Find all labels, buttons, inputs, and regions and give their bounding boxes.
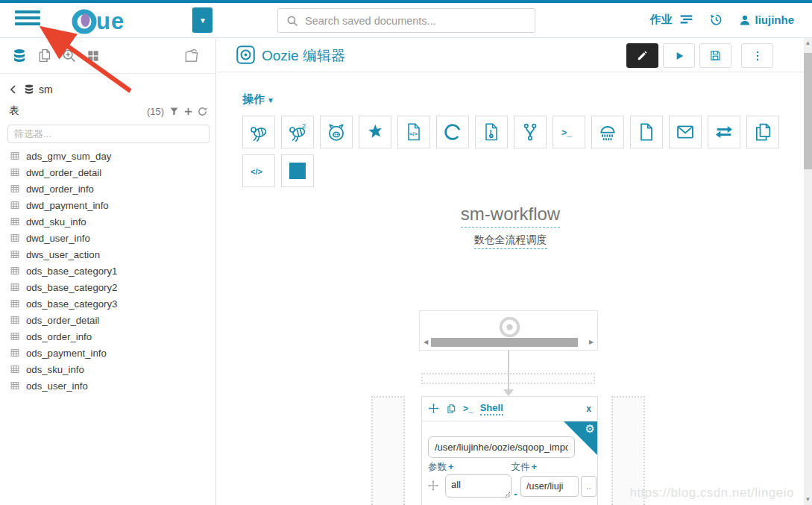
tablegrid-icon	[10, 266, 20, 276]
query-split-button: 查询 ▼	[192, 7, 213, 33]
table-list-item[interactable]: ods_sku_info	[0, 361, 215, 377]
action-email[interactable]	[669, 116, 702, 148]
scrollbar-thumb[interactable]	[431, 338, 578, 347]
action-subworkflow[interactable]	[746, 116, 779, 148]
document-icon	[636, 122, 657, 142]
add-table-icon[interactable]	[183, 106, 194, 117]
copy-node-icon[interactable]	[446, 404, 456, 414]
table-list-item[interactable]: ods_base_category1	[0, 263, 215, 279]
add-param-button[interactable]: +	[448, 461, 454, 472]
zoom-in-icon[interactable]	[61, 48, 77, 63]
assist-icon-bar	[0, 38, 215, 74]
edit-button[interactable]	[626, 43, 658, 68]
apps-grid-icon[interactable]	[86, 48, 101, 63]
more-actions-button[interactable]	[741, 43, 773, 68]
action-shell[interactable]: >_	[553, 116, 585, 148]
refresh-icon[interactable]	[197, 106, 208, 117]
tablegrid-icon	[10, 151, 20, 161]
close-node-icon[interactable]: x	[586, 404, 591, 414]
table-list-item[interactable]: ods_base_category3	[0, 295, 215, 312]
jobs-link[interactable]: 作业	[650, 13, 673, 27]
history-icon[interactable]	[709, 13, 723, 27]
action-hive2[interactable]: 2	[281, 116, 314, 148]
action-sqoop[interactable]	[436, 116, 469, 148]
table-list-item[interactable]: dwd_payment_info	[0, 197, 215, 213]
run-button[interactable]	[663, 43, 695, 68]
action-hdfs-fs[interactable]	[475, 116, 508, 148]
workflow-description[interactable]: 数仓全流程调度	[474, 233, 547, 249]
editor-main: Oozie 编辑器	[217, 38, 804, 505]
param-value-input[interactable]: all	[445, 474, 512, 498]
script-path-input[interactable]	[428, 436, 575, 458]
tablegrid-icon	[10, 331, 20, 342]
table-list-item[interactable]: ods_order_detail	[0, 312, 215, 328]
databases-icon[interactable]	[11, 48, 28, 64]
table-filter-input[interactable]	[7, 125, 210, 143]
save-button[interactable]	[699, 43, 731, 68]
shell-icon: >_	[558, 122, 579, 142]
add-file-button[interactable]: +	[532, 461, 538, 472]
drag-handle-icon[interactable]	[427, 480, 439, 492]
table-list-item[interactable]: ods_payment_info	[0, 345, 215, 361]
hamburger-menu-icon[interactable]	[15, 10, 40, 30]
table-list-item[interactable]: dwd_order_detail	[0, 164, 215, 181]
shell-node-label[interactable]: Shell	[480, 402, 503, 415]
search-input[interactable]	[305, 15, 527, 27]
documents-icon[interactable]	[37, 48, 52, 63]
tablegrid-icon	[10, 216, 20, 227]
table-filter	[7, 125, 209, 143]
actions-dropdown[interactable]: 操作▼	[242, 92, 274, 107]
page-scrollbar-thumb[interactable]	[804, 53, 812, 169]
username[interactable]: liujinhe	[755, 13, 795, 26]
table-list-item[interactable]: ads_gmv_sum_day	[0, 148, 215, 164]
action-pig[interactable]	[320, 116, 353, 148]
node-horizontal-scrollbar[interactable]: ◀ ▶	[422, 337, 595, 347]
query-dropdown-caret[interactable]: ▼	[192, 7, 213, 33]
table-list-item[interactable]: dwd_user_info	[0, 230, 215, 246]
user-icon[interactable]	[738, 13, 752, 27]
scroll-up-icon[interactable]: ▲	[804, 38, 812, 48]
action-document[interactable]	[630, 116, 663, 148]
generic-icon: </>	[248, 160, 269, 181]
action-mapreduce[interactable]	[591, 116, 624, 148]
move-icon[interactable]	[428, 403, 439, 414]
jobs-icon[interactable]	[679, 12, 694, 28]
action-fork[interactable]	[514, 116, 547, 148]
action-kill[interactable]	[281, 154, 314, 187]
workflow-start-node[interactable]: ◀ ▶	[419, 310, 598, 351]
page-scrollbar[interactable]: ▲ ▼	[804, 38, 812, 505]
navbar-right: 作业 liujinhe	[650, 12, 795, 28]
mapreduce-icon	[597, 122, 618, 142]
scroll-right-icon[interactable]: ▶	[588, 339, 595, 345]
action-distcp[interactable]	[708, 116, 740, 148]
file-browse-button[interactable]: ..	[581, 476, 597, 497]
action-java[interactable]: </>	[397, 116, 430, 148]
database-icon	[23, 84, 35, 95]
remove-file-button[interactable]: -	[514, 487, 517, 500]
database-name[interactable]: sm	[39, 84, 53, 95]
scroll-left-icon[interactable]: ◀	[422, 339, 429, 345]
tables-header-row: 表 (15)	[0, 95, 215, 118]
hue-logo[interactable]: ue	[71, 7, 125, 34]
gear-icon[interactable]: ⚙	[585, 422, 595, 436]
action-hive[interactable]	[242, 116, 275, 148]
folder-documents-icon[interactable]	[183, 47, 201, 64]
file-value-input[interactable]	[520, 476, 579, 497]
table-list-item[interactable]: dwd_order_info	[0, 181, 215, 197]
actions-label: 操作	[242, 92, 265, 105]
table-list-item[interactable]: ods_user_info	[0, 377, 215, 394]
navbar: ue 查询 ▼ 作业 liujinhe	[0, 3, 812, 38]
table-list-item[interactable]: ods_order_info	[0, 328, 215, 345]
tablegrid-icon	[10, 167, 20, 178]
scroll-down-icon[interactable]: ▼	[804, 495, 812, 505]
table-list-item[interactable]: dws_user_action	[0, 246, 215, 263]
action-spark[interactable]	[359, 116, 391, 148]
drop-zone-left[interactable]	[371, 396, 405, 505]
workflow-name[interactable]: sm-workflow	[461, 204, 560, 228]
table-list-item[interactable]: dwd_sku_info	[0, 213, 215, 230]
table-list-item[interactable]: ods_base_category2	[0, 279, 215, 295]
action-generic[interactable]: </>	[242, 154, 275, 187]
filter-funnel-icon[interactable]	[169, 106, 180, 117]
back-chevron-icon[interactable]	[7, 84, 19, 95]
shell-node[interactable]: >_ Shell x ⚙ 参数+ 文件+ all - ..	[421, 396, 598, 505]
